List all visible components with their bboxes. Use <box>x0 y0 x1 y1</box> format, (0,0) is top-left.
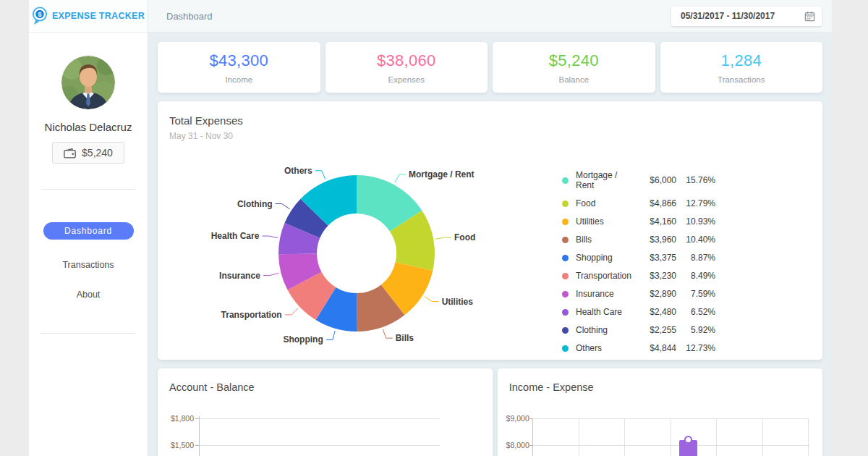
content: $43,300 Income $38,060 Expenses $5,240 B… <box>148 33 832 456</box>
user-name: Nicholas Delacruz <box>45 121 132 133</box>
gridline <box>716 418 717 456</box>
y-tick-label: $1,800 <box>163 414 194 423</box>
legend-dot <box>562 309 569 316</box>
sidebar-nav: Dashboard Transactions About <box>29 190 148 300</box>
legend-dot <box>562 273 569 279</box>
sidebar-item-transactions[interactable]: Transactions <box>62 260 114 270</box>
legend-label: Food <box>576 198 634 208</box>
main-area: Dashboard 05/31/2017 - 11/30/2017 <box>148 0 832 456</box>
gridline <box>579 418 579 456</box>
donut-label-line <box>285 308 298 315</box>
expenses-label: Expenses <box>326 75 488 84</box>
legend-value: $2,255 <box>634 325 676 335</box>
legend-row: Utilities$4,16010.93% <box>562 216 715 227</box>
legend-value: $2,480 <box>634 307 676 317</box>
legend-value: $4,160 <box>634 216 676 227</box>
donut-label: Insurance <box>219 271 260 281</box>
donut-label: Bills <box>396 333 414 343</box>
legend-row: Insurance$2,8907.59% <box>562 289 715 299</box>
legend-value: $2,890 <box>634 289 676 299</box>
total-expenses-subtitle: May 31 - Nov 30 <box>158 127 822 141</box>
donut-label-line <box>395 174 406 182</box>
legend-percent: 15.76% <box>676 175 715 185</box>
legend-dot <box>562 345 569 352</box>
gridline <box>624 418 625 456</box>
gridline <box>671 418 671 456</box>
donut-label-line <box>383 329 392 338</box>
account-balance-card: Account - Balance $1,800$1,500 <box>158 368 493 456</box>
legend-label: Health Care <box>576 307 634 317</box>
legend-percent: 7.59% <box>676 289 715 299</box>
legend-label: Utilities <box>576 216 634 227</box>
legend-label: Others <box>576 343 634 353</box>
legend-value: $3,375 <box>634 253 676 263</box>
legend-label: Clothing <box>576 325 634 335</box>
wallet-icon <box>64 148 76 159</box>
sidebar: $ EXPENSE TRACKER <box>29 0 148 456</box>
donut-label-line <box>276 204 290 209</box>
gridline <box>532 418 533 456</box>
balance-value: $5,240 <box>493 51 655 70</box>
bottom-row: Account - Balance $1,800$1,500 Income - … <box>158 368 822 456</box>
donut-label: Food <box>454 232 475 242</box>
income-label: Income <box>158 75 320 84</box>
legend-percent: 12.73% <box>676 343 715 353</box>
legend-label: Insurance <box>576 289 634 299</box>
legend-row: Food$4,86612.79% <box>562 198 715 208</box>
legend-dot <box>562 219 569 225</box>
balance-label: Balance <box>493 75 655 84</box>
legend-row: Clothing$2,2555.92% <box>562 325 715 335</box>
donut-label-line <box>425 297 439 302</box>
stat-card-income: $43,300 Income <box>158 42 320 93</box>
legend-value: $3,230 <box>634 271 676 281</box>
donut-label-line <box>263 273 279 275</box>
legend-dot <box>562 200 569 207</box>
sidebar-divider-bottom <box>41 333 135 334</box>
donut-label-line <box>435 237 451 239</box>
donut-label: Utilities <box>442 297 474 307</box>
legend-percent: 8.49% <box>676 271 715 281</box>
total-expenses-card: Total Expenses May 31 - Nov 30 Mortgage … <box>158 101 822 360</box>
legend-percent: 6.52% <box>676 307 715 317</box>
sidebar-item-dashboard[interactable]: Dashboard <box>43 222 134 240</box>
legend-value: $4,844 <box>634 343 676 353</box>
income-expense-card: Income - Expense $9,000$8,000 <box>498 368 822 456</box>
avatar-photo <box>61 56 115 109</box>
legend-percent: 12.79% <box>676 198 715 208</box>
line-point <box>684 436 692 444</box>
legend-label: Shopping <box>576 253 634 263</box>
legend-dot <box>562 291 569 297</box>
app-window: $ EXPENSE TRACKER <box>29 0 832 456</box>
total-expenses-title: Total Expenses <box>158 101 822 127</box>
stat-card-balance: $5,240 Balance <box>493 42 655 93</box>
donut-label: Shopping <box>283 334 323 345</box>
legend-row: Transportation$3,2308.49% <box>562 271 715 281</box>
topbar: Dashboard 05/31/2017 - 11/30/2017 <box>148 0 832 33</box>
calendar-icon[interactable] <box>804 11 815 22</box>
transactions-value: 1,284 <box>660 51 823 70</box>
donut-label-line <box>315 171 326 180</box>
sidebar-item-about[interactable]: About <box>77 290 101 300</box>
legend-percent: 10.40% <box>676 235 715 245</box>
legend-percent: 5.92% <box>676 325 715 335</box>
brand-name: EXPENSE TRACKER <box>52 11 145 21</box>
avatar <box>61 56 115 109</box>
legend-dot <box>562 237 569 243</box>
balance-button[interactable]: $5,240 <box>52 142 124 164</box>
expenses-donut-chart: Mortgage / RentFoodUtilitiesBillsShoppin… <box>172 153 577 360</box>
legend-row: Shopping$3,3758.87% <box>562 253 715 263</box>
donut-label: Clothing <box>237 199 273 209</box>
donut-label: Others <box>284 166 312 176</box>
dollar-pin-icon: $ <box>32 7 48 26</box>
legend-dot <box>562 177 569 184</box>
donut-label: Transportation <box>221 310 282 320</box>
date-range-picker[interactable]: 05/31/2017 - 11/30/2017 <box>671 7 822 26</box>
page-title: Dashboard <box>166 11 213 22</box>
income-expense-chart: $9,000$8,000 <box>498 368 822 456</box>
stat-card-expenses: $38,060 Expenses <box>326 42 488 93</box>
legend-dot <box>562 255 569 261</box>
y-tick-label: $9,000 <box>499 414 529 423</box>
legend-row: Others$4,84412.73% <box>562 343 715 353</box>
brand-logo: $ EXPENSE TRACKER <box>29 0 148 33</box>
gridline <box>199 418 440 419</box>
